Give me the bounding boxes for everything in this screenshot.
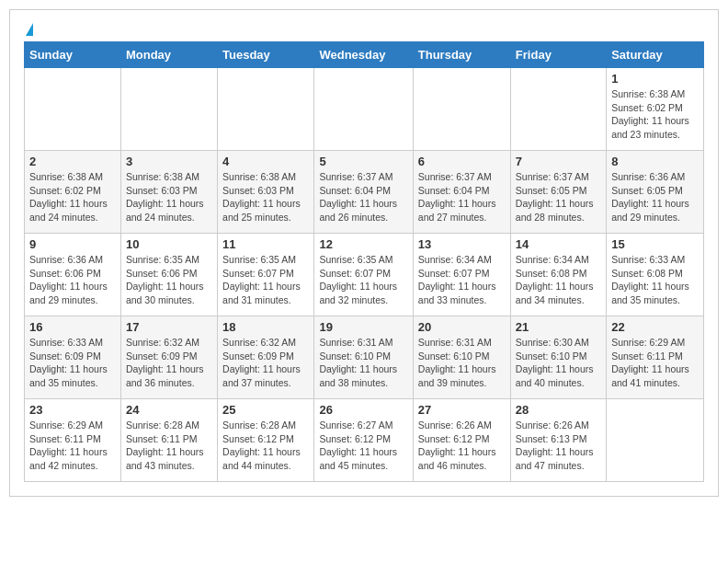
- calendar-cell: 14Sunrise: 6:34 AMSunset: 6:08 PMDayligh…: [510, 234, 606, 316]
- day-number: 4: [222, 155, 309, 168]
- day-number: 2: [29, 155, 116, 168]
- day-number: 5: [319, 155, 407, 168]
- day-number: 24: [126, 403, 212, 417]
- day-number: 26: [319, 403, 407, 417]
- day-info: Sunrise: 6:38 AMSunset: 6:02 PMDaylight:…: [611, 87, 699, 142]
- day-info: Sunrise: 6:37 AMSunset: 6:04 PMDaylight:…: [319, 170, 407, 224]
- day-info: Sunrise: 6:32 AMSunset: 6:09 PMDaylight:…: [126, 336, 212, 390]
- weekday-header-row: SundayMondayTuesdayWednesdayThursdayFrid…: [25, 42, 704, 68]
- day-info: Sunrise: 6:29 AMSunset: 6:11 PMDaylight:…: [29, 419, 116, 473]
- calendar-cell: 18Sunrise: 6:32 AMSunset: 6:09 PMDayligh…: [218, 316, 314, 399]
- calendar-cell: 25Sunrise: 6:28 AMSunset: 6:12 PMDayligh…: [218, 399, 314, 482]
- day-info: Sunrise: 6:27 AMSunset: 6:12 PMDaylight:…: [319, 419, 407, 473]
- day-info: Sunrise: 6:28 AMSunset: 6:12 PMDaylight:…: [222, 419, 309, 473]
- day-info: Sunrise: 6:30 AMSunset: 6:10 PMDaylight:…: [516, 336, 601, 390]
- day-info: Sunrise: 6:37 AMSunset: 6:05 PMDaylight:…: [516, 170, 601, 224]
- day-number: 23: [29, 403, 116, 417]
- day-number: 27: [418, 403, 506, 417]
- calendar-cell: [607, 399, 704, 482]
- header: [24, 19, 704, 36]
- calendar-body: 1Sunrise: 6:38 AMSunset: 6:02 PMDaylight…: [25, 68, 704, 482]
- day-info: Sunrise: 6:33 AMSunset: 6:08 PMDaylight:…: [611, 253, 699, 307]
- calendar-cell: 20Sunrise: 6:31 AMSunset: 6:10 PMDayligh…: [413, 316, 510, 399]
- week-row-4: 23Sunrise: 6:29 AMSunset: 6:11 PMDayligh…: [25, 399, 704, 482]
- day-info: Sunrise: 6:28 AMSunset: 6:11 PMDaylight:…: [126, 419, 212, 473]
- calendar-cell: 19Sunrise: 6:31 AMSunset: 6:10 PMDayligh…: [314, 316, 413, 399]
- day-number: 1: [611, 72, 699, 86]
- day-number: 17: [126, 320, 212, 334]
- week-row-3: 16Sunrise: 6:33 AMSunset: 6:09 PMDayligh…: [25, 316, 704, 399]
- calendar-cell: 8Sunrise: 6:36 AMSunset: 6:05 PMDaylight…: [607, 151, 704, 234]
- day-info: Sunrise: 6:38 AMSunset: 6:03 PMDaylight:…: [126, 170, 212, 224]
- calendar-cell: 4Sunrise: 6:38 AMSunset: 6:03 PMDaylight…: [218, 151, 314, 234]
- day-info: Sunrise: 6:38 AMSunset: 6:02 PMDaylight:…: [29, 170, 116, 224]
- calendar-cell: 24Sunrise: 6:28 AMSunset: 6:11 PMDayligh…: [120, 399, 217, 482]
- day-number: 10: [126, 237, 212, 251]
- calendar-cell: 3Sunrise: 6:38 AMSunset: 6:03 PMDaylight…: [120, 151, 217, 234]
- calendar-cell: 7Sunrise: 6:37 AMSunset: 6:05 PMDaylight…: [510, 151, 606, 234]
- day-number: 15: [611, 237, 699, 251]
- calendar-cell: 27Sunrise: 6:26 AMSunset: 6:12 PMDayligh…: [413, 399, 510, 482]
- day-info: Sunrise: 6:31 AMSunset: 6:10 PMDaylight:…: [418, 336, 506, 390]
- calendar-cell: [25, 68, 121, 151]
- calendar-cell: 21Sunrise: 6:30 AMSunset: 6:10 PMDayligh…: [510, 316, 606, 399]
- day-number: 7: [516, 155, 601, 168]
- calendar-cell: 2Sunrise: 6:38 AMSunset: 6:02 PMDaylight…: [25, 151, 121, 234]
- calendar-cell: 22Sunrise: 6:29 AMSunset: 6:11 PMDayligh…: [607, 316, 704, 399]
- calendar-cell: 11Sunrise: 6:35 AMSunset: 6:07 PMDayligh…: [218, 234, 314, 316]
- weekday-header-sunday: Sunday: [25, 42, 121, 68]
- week-row-0: 1Sunrise: 6:38 AMSunset: 6:02 PMDaylight…: [25, 68, 704, 151]
- weekday-header-saturday: Saturday: [607, 42, 704, 68]
- day-info: Sunrise: 6:37 AMSunset: 6:04 PMDaylight:…: [418, 170, 506, 224]
- day-number: 13: [418, 237, 506, 251]
- day-number: 12: [319, 237, 407, 251]
- day-number: 21: [516, 320, 601, 334]
- calendar-cell: 13Sunrise: 6:34 AMSunset: 6:07 PMDayligh…: [413, 234, 510, 316]
- calendar-cell: 10Sunrise: 6:35 AMSunset: 6:06 PMDayligh…: [120, 234, 217, 316]
- weekday-header-monday: Monday: [120, 42, 217, 68]
- day-number: 18: [222, 320, 309, 334]
- calendar-cell: 1Sunrise: 6:38 AMSunset: 6:02 PMDaylight…: [607, 68, 704, 151]
- day-number: 16: [29, 320, 116, 334]
- calendar-cell: 23Sunrise: 6:29 AMSunset: 6:11 PMDayligh…: [25, 399, 121, 482]
- day-number: 9: [29, 237, 116, 251]
- calendar-cell: [120, 68, 217, 151]
- calendar-cell: [218, 68, 314, 151]
- day-info: Sunrise: 6:34 AMSunset: 6:08 PMDaylight:…: [516, 253, 601, 307]
- weekday-header-friday: Friday: [510, 42, 606, 68]
- day-number: 3: [126, 155, 212, 168]
- week-row-2: 9Sunrise: 6:36 AMSunset: 6:06 PMDaylight…: [25, 234, 704, 316]
- day-info: Sunrise: 6:35 AMSunset: 6:07 PMDaylight:…: [319, 253, 407, 307]
- calendar-table: SundayMondayTuesdayWednesdayThursdayFrid…: [24, 41, 704, 482]
- calendar-cell: [510, 68, 606, 151]
- day-info: Sunrise: 6:34 AMSunset: 6:07 PMDaylight:…: [418, 253, 506, 307]
- day-number: 28: [516, 403, 601, 417]
- day-info: Sunrise: 6:26 AMSunset: 6:12 PMDaylight:…: [418, 419, 506, 473]
- calendar-cell: 17Sunrise: 6:32 AMSunset: 6:09 PMDayligh…: [120, 316, 217, 399]
- day-number: 6: [418, 155, 506, 168]
- day-info: Sunrise: 6:36 AMSunset: 6:05 PMDaylight:…: [611, 170, 699, 224]
- day-number: 11: [222, 237, 309, 251]
- calendar-cell: 15Sunrise: 6:33 AMSunset: 6:08 PMDayligh…: [607, 234, 704, 316]
- weekday-header-thursday: Thursday: [413, 42, 510, 68]
- calendar-cell: 26Sunrise: 6:27 AMSunset: 6:12 PMDayligh…: [314, 399, 413, 482]
- day-number: 20: [418, 320, 506, 334]
- logo: [24, 23, 33, 36]
- weekday-header-wednesday: Wednesday: [314, 42, 413, 68]
- day-number: 25: [222, 403, 309, 417]
- calendar-cell: [413, 68, 510, 151]
- weekday-header-tuesday: Tuesday: [218, 42, 314, 68]
- day-info: Sunrise: 6:38 AMSunset: 6:03 PMDaylight:…: [222, 170, 309, 224]
- calendar-page: SundayMondayTuesdayWednesdayThursdayFrid…: [9, 9, 719, 497]
- day-info: Sunrise: 6:32 AMSunset: 6:09 PMDaylight:…: [222, 336, 309, 390]
- calendar-cell: 28Sunrise: 6:26 AMSunset: 6:13 PMDayligh…: [510, 399, 606, 482]
- day-info: Sunrise: 6:36 AMSunset: 6:06 PMDaylight:…: [29, 253, 116, 307]
- day-info: Sunrise: 6:31 AMSunset: 6:10 PMDaylight:…: [319, 336, 407, 390]
- logo-triangle-icon: [26, 23, 33, 36]
- day-info: Sunrise: 6:35 AMSunset: 6:07 PMDaylight:…: [222, 253, 309, 307]
- day-info: Sunrise: 6:26 AMSunset: 6:13 PMDaylight:…: [516, 419, 601, 473]
- calendar-cell: 16Sunrise: 6:33 AMSunset: 6:09 PMDayligh…: [25, 316, 121, 399]
- week-row-1: 2Sunrise: 6:38 AMSunset: 6:02 PMDaylight…: [25, 151, 704, 234]
- day-number: 22: [611, 320, 699, 334]
- day-info: Sunrise: 6:35 AMSunset: 6:06 PMDaylight:…: [126, 253, 212, 307]
